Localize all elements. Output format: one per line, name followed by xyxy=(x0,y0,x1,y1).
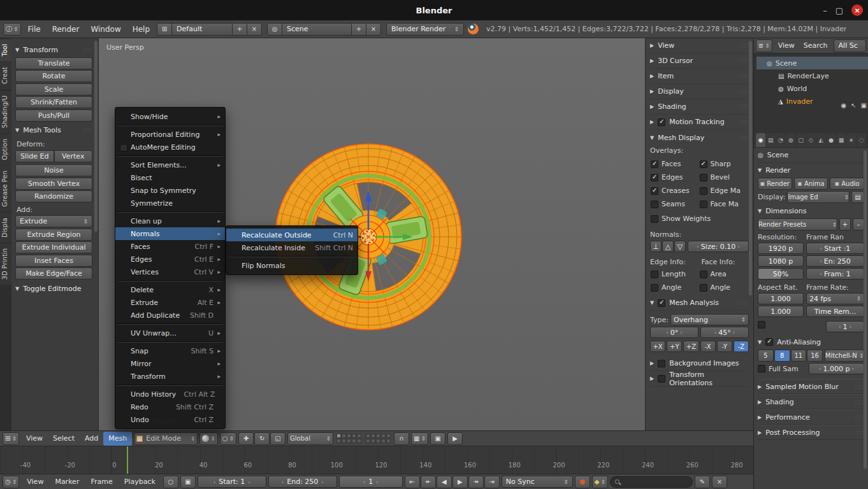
layer-toggle[interactable] xyxy=(347,434,351,438)
end-frame-field[interactable]: ‹ End: 250 › xyxy=(268,476,337,488)
jump-to-start[interactable]: ⇤ xyxy=(405,476,420,488)
layer-toggle[interactable] xyxy=(352,434,356,438)
properties-tab[interactable]: ● xyxy=(827,133,836,147)
axis-button[interactable]: +X xyxy=(650,341,665,352)
layout-delete-icon[interactable]: × xyxy=(247,23,262,36)
drag-dots-icon[interactable]: :::: xyxy=(739,73,749,79)
close-icon[interactable]: × xyxy=(851,4,863,16)
menu-item[interactable]: Bisect ▸ xyxy=(115,171,225,184)
info-checkbox-item[interactable]: Angle xyxy=(651,283,700,292)
play-reverse[interactable]: ◀ xyxy=(437,476,452,488)
resolution-percentage-slider[interactable]: 50% xyxy=(758,268,804,280)
menu-item[interactable]: Symmetrize ▸ xyxy=(115,197,225,209)
menu-item[interactable]: Recalculate Inside Shift Ctrl N xyxy=(226,241,358,254)
record-icon[interactable] xyxy=(575,476,590,488)
orientation-dropdown[interactable]: Global ⇕ xyxy=(287,432,333,445)
render-button[interactable]: ▣Anima xyxy=(794,178,828,190)
drag-dots-icon[interactable]: :::: xyxy=(855,399,864,405)
insert-keyframe-icon[interactable]: ✎ xyxy=(695,476,710,488)
drag-dots-icon[interactable]: :::: xyxy=(855,430,864,436)
outliner-item[interactable]: ◍ World xyxy=(756,82,868,95)
scene-delete-icon[interactable]: × xyxy=(366,23,381,36)
menu-item[interactable]: Undo History Ctrl Alt Z ▸ xyxy=(115,388,225,400)
normal-display-icon[interactable]: ⊥ xyxy=(650,241,662,252)
eye-icon[interactable]: ◉ xyxy=(841,102,846,109)
tool-shelf-tab[interactable]: Tool xyxy=(0,39,11,61)
properties-tab[interactable]: ▢ xyxy=(796,133,806,147)
checkbox[interactable] xyxy=(651,284,658,292)
tool-button[interactable]: Randomize xyxy=(15,190,92,202)
tool-shelf-tab[interactable]: Option xyxy=(0,134,11,165)
keying-set-dropdown[interactable]: ◆⇕ xyxy=(592,476,608,488)
tool-button[interactable]: Extrude Individual xyxy=(15,241,92,253)
panel-header-mesh-tools[interactable]: ▼ Mesh Tools :::: xyxy=(15,124,92,137)
drag-dots-icon[interactable]: :::: xyxy=(739,300,749,306)
resolution-x-field[interactable]: 1920 p xyxy=(758,243,804,254)
aa-sample-button[interactable]: 5 xyxy=(758,350,774,362)
menu-item[interactable]: Recalculate Outside Ctrl N xyxy=(226,229,358,241)
drag-dots-icon[interactable]: :::: xyxy=(83,127,92,133)
tool-button[interactable]: Noise xyxy=(15,164,92,176)
pivot-dropdown[interactable]: ○⇕ xyxy=(220,432,236,445)
tool-shelf-tab[interactable]: Creat xyxy=(0,62,11,89)
tool-button[interactable]: Push/Pull xyxy=(15,110,92,122)
fps-dropdown[interactable]: 24 fps⇕ xyxy=(806,293,864,304)
axis-button[interactable]: -Y xyxy=(717,341,732,352)
aa-filter-size-field[interactable]: ‹ 1.000 p › xyxy=(809,363,864,374)
checkbox[interactable] xyxy=(700,174,707,181)
menu-item[interactable]: Clean up ▸ xyxy=(115,215,225,227)
timeline-ruler[interactable]: -40-200204060801001201401601802002202402… xyxy=(0,446,753,474)
sync-dropdown[interactable]: No Sync ⇕ xyxy=(502,476,573,488)
properties-tab[interactable]: ◉ xyxy=(756,133,765,147)
aa-sample-button[interactable]: 11 xyxy=(791,350,807,362)
jump-prev-keyframe[interactable]: ↞ xyxy=(421,476,436,488)
properties-tab[interactable]: ∗ xyxy=(846,133,856,147)
editor-type-info-icon[interactable]: ⓘ⇕ xyxy=(3,23,21,36)
overlay-checkbox-item[interactable]: Faces xyxy=(651,160,700,168)
tool-button[interactable]: Inset Faces xyxy=(15,255,92,267)
cursor-icon[interactable]: ↖ xyxy=(851,102,856,109)
normal-display-icon[interactable]: △ xyxy=(662,241,674,252)
overlay-checkbox-item[interactable]: Edges xyxy=(651,173,700,181)
checkbox[interactable] xyxy=(651,160,658,168)
aspect-x-field[interactable]: 1.000 xyxy=(758,293,804,304)
npanel-panel-header[interactable]: ▶ Transform Orientations xyxy=(650,371,749,386)
menu-item[interactable]: Undo Ctrl Z ▸ xyxy=(115,413,225,426)
maximize-icon[interactable]: ▢ xyxy=(835,6,843,15)
properties-tab[interactable]: ◇ xyxy=(806,133,816,147)
properties-tab[interactable]: ▤ xyxy=(766,133,776,147)
menu-item[interactable]: Edges Ctrl E ▸ xyxy=(115,253,225,266)
border-checkbox[interactable] xyxy=(758,321,765,329)
overlay-checkbox-item[interactable]: Bevel xyxy=(700,173,749,181)
drag-dots-icon[interactable]: :::: xyxy=(83,47,92,53)
render-opengl-still-icon[interactable]: ▣ xyxy=(430,432,445,445)
layer-toggle[interactable] xyxy=(357,439,361,443)
timeline-menu-item[interactable]: Marker xyxy=(49,474,85,489)
normal-display-icon[interactable]: ▽ xyxy=(674,241,686,252)
layout-browse-icon[interactable]: ⊞ xyxy=(157,23,172,36)
layout-add-icon[interactable]: + xyxy=(232,23,247,36)
properties-scrollbar[interactable] xyxy=(864,150,867,469)
outliner-filter-dropdown[interactable]: All Sc xyxy=(834,39,866,52)
viewport-shading-dropdown[interactable]: ⇕ xyxy=(199,432,218,445)
properties-panel-header[interactable]: ▶ Shading :::: xyxy=(758,394,864,409)
menu-item[interactable]: Show/Hide ▸ xyxy=(115,110,225,123)
panel-header-toggle-editmode[interactable]: ▼ Toggle Editmode xyxy=(15,282,92,295)
panel-checkbox[interactable] xyxy=(658,375,665,383)
drag-dots-icon[interactable]: :::: xyxy=(739,43,749,48)
layer-toggle[interactable] xyxy=(336,439,341,443)
timeline-menu-item[interactable]: View xyxy=(21,474,49,489)
panel-checkbox[interactable] xyxy=(658,360,665,367)
menu-item[interactable]: Snap to Symmetry ▸ xyxy=(115,184,225,197)
npanel-scrollbar[interactable] xyxy=(749,41,752,295)
checkbox[interactable] xyxy=(700,284,707,292)
jump-to-end[interactable]: ⇥ xyxy=(484,476,500,488)
delete-keyframe-icon[interactable]: × xyxy=(712,476,727,488)
checkbox[interactable] xyxy=(700,160,707,168)
aa-filter-dropdown[interactable]: Mitchell-N ⇕ xyxy=(825,350,864,362)
layer-toggle[interactable] xyxy=(376,434,380,438)
full-sample-item[interactable]: Full Sam xyxy=(758,365,807,373)
analysis-max-field[interactable]: ‹ 45° › xyxy=(700,327,749,338)
keying-filter-field[interactable] xyxy=(610,476,693,488)
aa-sample-button[interactable]: 8 xyxy=(774,350,790,362)
